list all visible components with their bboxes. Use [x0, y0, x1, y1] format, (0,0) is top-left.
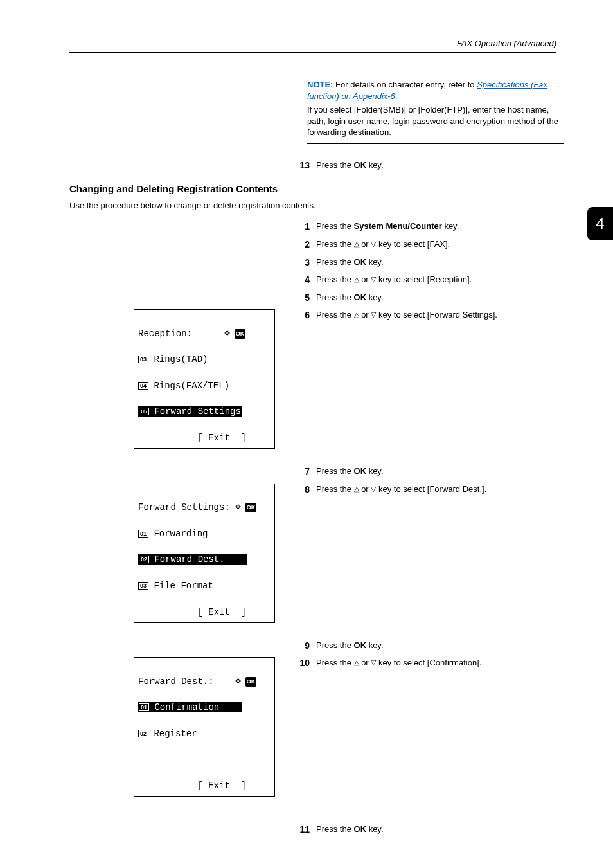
- note-period: .: [395, 91, 398, 101]
- lcd-title: Forward Dest.:: [138, 676, 214, 687]
- down-icon: ▽: [371, 310, 376, 320]
- step-number: 11: [293, 824, 316, 836]
- t: key.: [366, 824, 384, 834]
- running-header: FAX Operation (Advanced): [69, 39, 556, 53]
- t: key.: [442, 221, 459, 231]
- lcd-item-selected: Confirmation: [149, 702, 219, 712]
- lcd-item-selected: Forward Settings: [149, 406, 241, 417]
- t: Press the: [316, 293, 354, 302]
- lcd-item-selected: Forward Dest.: [149, 554, 225, 565]
- t: key to select [Reception].: [376, 275, 472, 284]
- lcd-item-num: 01: [139, 703, 149, 711]
- down-icon: ▽: [371, 239, 376, 249]
- step-11: 11 Press the OK key.: [293, 824, 556, 836]
- lcd-item-num: 02: [139, 556, 149, 563]
- t: Press the: [316, 824, 354, 834]
- lcd-item: Forwarding: [148, 529, 208, 539]
- lcd-title: Reception:: [138, 329, 192, 339]
- step-number: 2: [293, 239, 316, 251]
- lcd-reception: Reception: ✥ OK 03 Rings(TAD) 04 Rings(F…: [134, 309, 275, 449]
- step-number: 6: [293, 309, 316, 322]
- up-icon: △: [354, 484, 359, 494]
- t: Press the: [316, 484, 354, 494]
- t: key to select [Confirmation].: [376, 658, 481, 667]
- down-icon: ▽: [371, 484, 376, 494]
- t: key.: [366, 640, 384, 650]
- t: OK: [354, 293, 367, 302]
- t: OK: [354, 257, 367, 267]
- ok-icon: OK: [245, 503, 257, 512]
- t: or: [359, 658, 371, 667]
- t: System Menu/Counter: [354, 221, 442, 231]
- step-number: 1: [293, 221, 316, 233]
- step-number: 13: [293, 159, 316, 172]
- step-2: 2 Press the △ or ▽ key to select [FAX].: [293, 239, 556, 251]
- lcd-item-num: 02: [138, 730, 148, 737]
- t: Press the: [316, 640, 354, 650]
- up-icon: △: [354, 658, 359, 667]
- section-heading: Changing and Deleting Registration Conte…: [69, 183, 556, 194]
- chapter-tab: 4: [587, 207, 613, 240]
- t: Press the: [316, 239, 354, 249]
- t: OK: [354, 640, 367, 650]
- t: OK: [354, 824, 367, 834]
- nav-icon: ✥: [224, 329, 229, 339]
- t: key to select [Forward Settings].: [376, 310, 497, 320]
- step-1: 1 Press the System Menu/Counter key.: [293, 221, 556, 233]
- t: Press the: [316, 658, 354, 667]
- nav-icon: ✥: [235, 676, 240, 687]
- lcd-item: File Format: [148, 581, 213, 591]
- t: key to select [Forward Dest.].: [376, 484, 486, 494]
- step-number: 4: [293, 274, 316, 287]
- lcd-title: Forward Settings:: [138, 502, 230, 512]
- lcd-item-num: 05: [139, 408, 149, 415]
- section-intro: Use the procedure below to change or del…: [69, 201, 556, 210]
- t: or: [359, 275, 371, 284]
- lcd-item: Rings(TAD): [148, 354, 208, 365]
- step-number: 10: [293, 657, 316, 670]
- up-icon: △: [354, 275, 359, 284]
- note-text-1: For details on character entry, refer to: [333, 80, 477, 89]
- up-icon: △: [354, 239, 359, 249]
- nav-icon: ✥: [235, 502, 240, 512]
- t: OK: [354, 466, 367, 476]
- lcd-forward-settings: Forward Settings: ✥ OK 01 Forwarding 02 …: [134, 484, 275, 623]
- t: or: [359, 484, 371, 494]
- t: or: [359, 239, 371, 249]
- down-icon: ▽: [371, 275, 376, 284]
- step-number: 3: [293, 257, 316, 269]
- lcd-forward-dest: Forward Dest.: ✥ OK 01 Confirmation 02 R…: [134, 657, 275, 797]
- lcd-item-num: 03: [138, 582, 148, 590]
- step-key: OK: [354, 160, 367, 170]
- step-4: 4 Press the △ or ▽ key to select [Recept…: [293, 274, 556, 287]
- t: key.: [366, 293, 384, 302]
- lcd-item: Register: [148, 728, 197, 739]
- note-text-2: If you select [Folder(SMB)] or [Folder(F…: [307, 104, 564, 138]
- note-label: NOTE:: [307, 80, 333, 89]
- up-icon: △: [354, 310, 359, 320]
- step-number: 7: [293, 466, 316, 478]
- step-3: 3 Press the OK key.: [293, 257, 556, 269]
- step-7: 7 Press the OK key.: [293, 466, 556, 478]
- t: Press the: [316, 257, 354, 267]
- step-13: 13 Press the OK key.: [293, 159, 556, 172]
- t: or: [359, 310, 371, 320]
- lcd-exit: [ Exit ]: [197, 433, 246, 443]
- step-number: 5: [293, 292, 316, 305]
- t: Press the: [316, 466, 354, 476]
- t: key.: [366, 466, 384, 476]
- lcd-exit: [ Exit ]: [197, 781, 246, 791]
- step-5: 5 Press the OK key.: [293, 292, 556, 305]
- note-box: NOTE: For details on character entry, re…: [307, 75, 564, 144]
- lcd-item-num: 03: [138, 356, 148, 363]
- t: key.: [366, 257, 384, 267]
- step-number: 9: [293, 640, 316, 653]
- lcd-exit: [ Exit ]: [197, 607, 246, 617]
- step-pre: Press the: [316, 160, 354, 170]
- step-number: 8: [293, 484, 316, 496]
- ok-icon: OK: [235, 329, 246, 339]
- step-post: key.: [366, 160, 384, 170]
- lcd-item-num: 01: [138, 530, 148, 538]
- lcd-item: Rings(FAX/TEL): [148, 381, 229, 391]
- t: key to select [FAX].: [376, 239, 450, 249]
